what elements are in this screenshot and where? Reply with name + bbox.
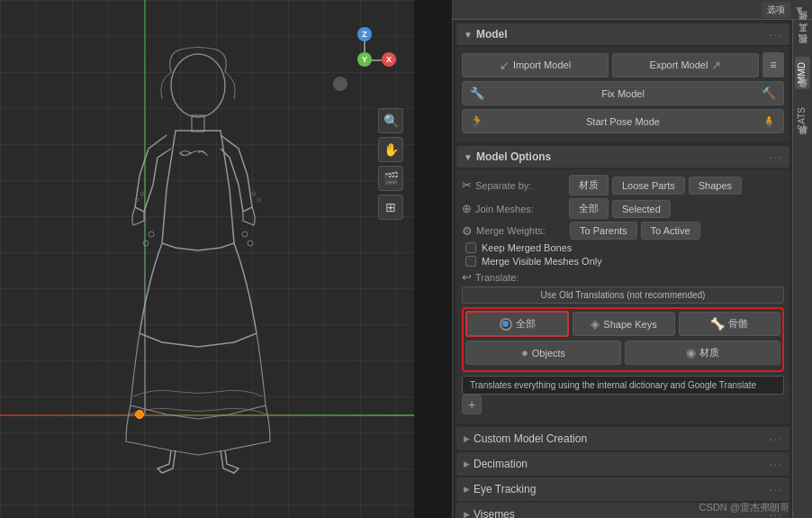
left-toolbar: 🔍 ✋ 🎬 ⊞ <box>378 108 407 220</box>
keep-merged-checkbox[interactable] <box>465 242 476 253</box>
model-options-title: Model Options <box>476 150 765 163</box>
svg-point-5 <box>248 241 253 246</box>
decimation-title: Decimation <box>474 458 765 470</box>
model-section-arrow: ▼ <box>464 30 473 40</box>
tab-view[interactable]: 视图 <box>795 45 810 56</box>
custom-model-title: Custom Model Creation <box>474 432 765 445</box>
toolbar-hand-btn[interactable]: ✋ <box>378 137 403 162</box>
translate-second-row: ● Objects ◉ 材质 <box>465 341 780 365</box>
separate-shapes-btn[interactable]: Shapes <box>689 177 742 195</box>
model-section-body: ↙ Import Model Export Model ↗ ≡ 🔧 Fix Mo… <box>456 47 789 142</box>
svg-point-6 <box>140 192 144 195</box>
decimation-section[interactable]: ▶ Decimation ··· <box>456 452 789 476</box>
import-export-row: ↙ Import Model Export Model ↗ ≡ <box>462 52 784 77</box>
translate-highlight-box: 全部 ◈ Shape Keys 🦴 骨骼 ● <box>462 307 784 372</box>
model-options-section: ▼ Model Options ··· ✂ Separate by: 材质 Lo… <box>456 146 789 423</box>
x-axis: X <box>382 52 396 67</box>
model-options-arrow: ▼ <box>464 152 473 162</box>
eye-tracking-title: Eye Tracking <box>474 483 765 495</box>
side-tabs: 属性 工具 视图 MMD 信息 CATS 材质 <box>792 20 812 518</box>
visemes-arrow: ▶ <box>464 510 470 518</box>
model-options-dots: ··· <box>769 150 782 164</box>
separate-by-row: ✂ Separate by: 材质 Loose Parts Shapes <box>462 175 784 195</box>
svg-point-2 <box>149 232 154 237</box>
eye-tracking-dots: ··· <box>769 482 782 496</box>
decimation-arrow: ▶ <box>464 459 470 468</box>
merge-visible-row: Merge Visible Meshes Only <box>462 256 784 267</box>
join-selected-btn[interactable]: Selected <box>612 200 671 218</box>
decimation-dots: ··· <box>769 457 782 471</box>
translate-bone-btn[interactable]: 🦴 骨骼 <box>679 312 780 336</box>
model-section-title: Model <box>476 28 765 41</box>
join-btns: 全部 Selected <box>569 198 784 219</box>
translate-all-btn[interactable]: 全部 <box>465 311 569 337</box>
pose-mode-btn[interactable]: 🏃 Start Pose Mode 🧍 <box>462 109 784 133</box>
tab-info[interactable]: 信息 <box>795 90 810 101</box>
tab-cats[interactable]: CATS <box>795 102 810 136</box>
model-options-body: ✂ Separate by: 材质 Loose Parts Shapes ⊕ J… <box>456 169 789 423</box>
wrench-icon: 🔨 <box>762 86 776 100</box>
eye-tracking-arrow: ▶ <box>464 485 470 494</box>
material-icon: ◉ <box>686 346 696 359</box>
custom-model-dots: ··· <box>769 432 782 446</box>
export-model-btn[interactable]: Export Model ↗ <box>612 53 759 77</box>
join-all-btn[interactable]: 全部 <box>569 198 609 219</box>
merge-active-btn[interactable]: To Active <box>641 222 700 240</box>
svg-point-4 <box>242 232 248 237</box>
svg-point-3 <box>143 241 149 246</box>
shape-keys-icon: ◈ <box>591 317 600 331</box>
option-label[interactable]: 选项 <box>762 2 790 18</box>
model-section-header[interactable]: ▼ Model ··· <box>456 23 789 45</box>
separate-material-btn[interactable]: 材质 <box>569 175 609 195</box>
top-bar: 选项 ▼ <box>452 0 812 20</box>
separate-icon: ✂ <box>462 178 472 192</box>
separate-label: Separate by: <box>475 180 565 191</box>
neg-axis <box>333 77 347 91</box>
model-section: ▼ Model ··· ↙ Import Model Export Model … <box>456 23 789 142</box>
translate-material-btn[interactable]: ◉ 材质 <box>625 341 780 365</box>
custom-model-arrow: ▶ <box>464 434 470 443</box>
tab-material[interactable]: 材质 <box>795 137 810 148</box>
y-axis: Y <box>357 52 372 67</box>
custom-model-section[interactable]: ▶ Custom Model Creation ··· <box>456 427 789 450</box>
tooltip-text: Translates everything using the internal… <box>462 376 784 395</box>
merge-label: Merge Weights: <box>476 225 566 236</box>
keep-merged-label: Keep Merged Bones <box>482 242 572 253</box>
model-origin-dot <box>135 410 144 419</box>
tab-properties[interactable]: 属性 <box>795 22 810 32</box>
add-btn[interactable]: + <box>462 395 482 414</box>
tab-mmd[interactable]: MMD <box>795 57 810 89</box>
export-icon: ↗ <box>711 59 721 72</box>
fix-icon: 🔧 <box>470 86 484 100</box>
toolbar-camera-btn[interactable]: 🎬 <box>378 166 403 191</box>
merge-visible-checkbox[interactable] <box>465 256 476 267</box>
translate-shape-keys-btn[interactable]: ◈ Shape Keys <box>573 312 674 336</box>
join-icon: ⊕ <box>462 202 472 215</box>
eye-tracking-section[interactable]: ▶ Eye Tracking ··· <box>456 477 789 501</box>
panel-content: ▼ Model ··· ↙ Import Model Export Model … <box>453 20 793 518</box>
translate-all-radio <box>500 318 512 331</box>
translate-objects-btn[interactable]: ● Objects <box>465 341 621 365</box>
translate-row: ↩ Translate: <box>462 270 784 284</box>
toolbar-grid-btn[interactable]: ⊞ <box>378 195 403 220</box>
import-model-btn[interactable]: ↙ Import Model <box>462 53 609 77</box>
merge-weights-row: ⚙ Merge Weights: To Parents To Active <box>462 222 784 240</box>
chevron-down-icon: ▼ <box>794 4 805 16</box>
fix-model-btn[interactable]: 🔧 Fix Model 🔨 <box>462 81 784 105</box>
merge-icon: ⚙ <box>462 224 473 238</box>
separate-loose-btn[interactable]: Loose Parts <box>612 177 685 195</box>
tab-tools[interactable]: 工具 <box>795 33 810 44</box>
model-options-header[interactable]: ▼ Model Options ··· <box>456 146 789 168</box>
toolbar-search-btn[interactable]: 🔍 <box>378 108 403 133</box>
use-old-translations-btn[interactable]: Use Old Translations (not recommended) <box>462 286 784 304</box>
join-label: Join Meshes: <box>475 204 565 214</box>
merge-parents-btn[interactable]: To Parents <box>570 222 637 240</box>
menu-icon-btn[interactable]: ≡ <box>762 52 784 77</box>
keep-merged-row: Keep Merged Bones <box>462 242 784 253</box>
model-section-dots: ··· <box>769 27 782 41</box>
pose-right-icon: 🧍 <box>762 114 776 128</box>
separate-btns: 材质 Loose Parts Shapes <box>569 175 784 195</box>
merge-visible-label: Merge Visible Meshes Only <box>482 256 602 267</box>
right-panel: 选项 ▼ 属性 工具 视图 MMD 信息 CATS 材质 ▼ Model ···… <box>452 0 812 518</box>
watermark: CSDN @雷杰弗朗哥 <box>699 501 789 514</box>
